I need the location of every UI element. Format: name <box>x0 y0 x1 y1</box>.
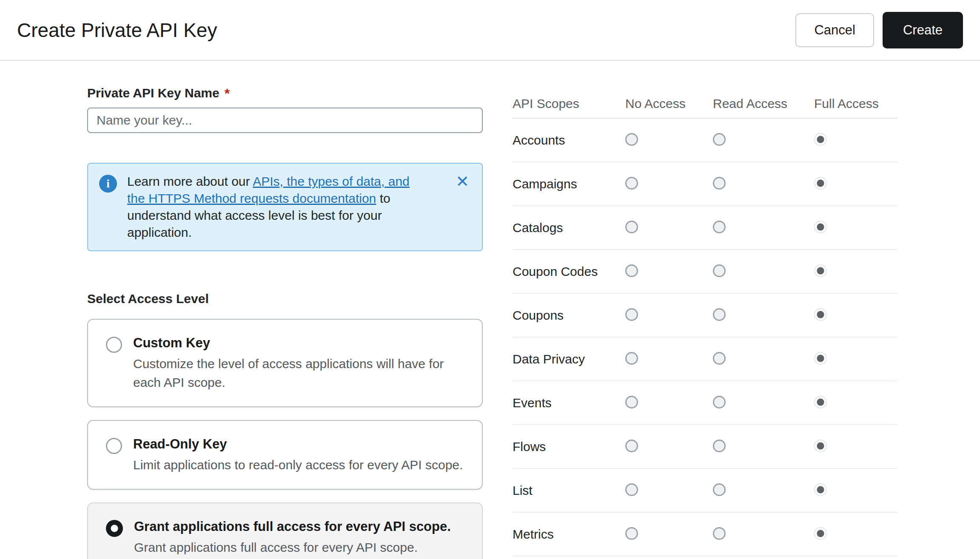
radio-read-access[interactable] <box>713 527 726 540</box>
read-access-cell <box>713 483 814 498</box>
scope-name: Coupons <box>513 308 625 323</box>
scope-name: Metrics <box>513 527 625 542</box>
close-icon[interactable]: ✕ <box>454 173 471 190</box>
radio-no-access[interactable] <box>625 133 638 146</box>
column-header-api-scopes: API Scopes <box>513 96 625 111</box>
full-access-cell <box>814 483 897 498</box>
radio-no-access[interactable] <box>625 396 638 409</box>
radio-read-access[interactable] <box>713 440 726 452</box>
radio-no-access[interactable] <box>625 440 638 452</box>
radio-full-access[interactable] <box>814 221 827 233</box>
radio-no-access[interactable] <box>625 308 638 321</box>
scope-name: List <box>513 483 625 498</box>
option-title: Read-Only Key <box>133 435 463 453</box>
radio-full-access[interactable] <box>814 133 827 146</box>
create-button[interactable]: Create <box>883 12 963 48</box>
radio-selected-icon[interactable] <box>106 520 123 537</box>
radio-unselected-icon[interactable] <box>106 337 122 353</box>
key-settings-panel: Private API Key Name * i Learn more abou… <box>87 85 483 559</box>
required-asterisk: * <box>225 86 230 102</box>
main-content: Private API Key Name * i Learn more abou… <box>0 61 980 559</box>
full-access-cell <box>814 440 897 454</box>
read-access-cell <box>713 133 814 148</box>
radio-read-access[interactable] <box>713 308 726 321</box>
read-access-cell <box>713 264 814 279</box>
table-row: Accounts <box>513 119 897 162</box>
radio-full-access[interactable] <box>814 483 827 496</box>
full-access-cell <box>814 352 897 366</box>
cancel-button[interactable]: Cancel <box>795 13 874 47</box>
table-row: Flows <box>513 425 897 469</box>
scope-name: Flows <box>513 440 625 454</box>
scope-name: Catalogs <box>513 221 625 235</box>
option-description: Limit applications to read-only access f… <box>133 456 463 474</box>
access-option-custom-key[interactable]: Custom Key Customize the level of access… <box>87 319 483 407</box>
radio-no-access[interactable] <box>625 221 638 233</box>
radio-read-access[interactable] <box>713 133 726 146</box>
read-access-cell <box>713 352 814 366</box>
radio-unselected-icon[interactable] <box>106 438 122 454</box>
radio-full-access[interactable] <box>814 264 827 277</box>
radio-full-access[interactable] <box>814 527 827 540</box>
column-header-read-access: Read Access <box>713 96 814 111</box>
full-access-cell <box>814 308 897 323</box>
column-header-no-access: No Access <box>625 96 713 111</box>
table-row: Catalogs <box>513 206 897 250</box>
table-row: Coupon Codes <box>513 250 897 294</box>
radio-no-access[interactable] <box>625 483 638 496</box>
radio-full-access[interactable] <box>814 308 827 321</box>
scope-name: Coupon Codes <box>513 264 625 279</box>
full-access-cell <box>814 133 897 148</box>
no-access-cell <box>625 440 713 454</box>
radio-read-access[interactable] <box>713 352 726 365</box>
radio-full-access[interactable] <box>814 396 827 409</box>
column-header-full-access: Full Access <box>814 96 897 111</box>
table-row: Events <box>513 381 897 425</box>
access-option-full-access[interactable]: Grant applications full access for every… <box>87 502 483 559</box>
scope-name: Campaigns <box>513 177 625 191</box>
radio-no-access[interactable] <box>625 177 638 190</box>
full-access-cell <box>814 396 897 410</box>
read-access-cell <box>713 308 814 323</box>
full-access-cell <box>814 264 897 279</box>
page-title: Create Private API Key <box>17 19 217 42</box>
radio-full-access[interactable] <box>814 177 827 190</box>
option-text: Read-Only Key Limit applications to read… <box>133 435 463 474</box>
access-option-read-only-key[interactable]: Read-Only Key Limit applications to read… <box>87 420 483 490</box>
full-access-cell <box>814 177 897 191</box>
radio-full-access[interactable] <box>814 440 827 452</box>
radio-no-access[interactable] <box>625 352 638 365</box>
table-row: List <box>513 469 897 513</box>
scope-name: Data Privacy <box>513 352 625 366</box>
info-icon: i <box>99 175 117 193</box>
radio-read-access[interactable] <box>713 396 726 409</box>
read-access-cell <box>713 396 814 410</box>
option-title: Custom Key <box>133 334 464 352</box>
no-access-cell <box>625 352 713 366</box>
read-access-cell <box>713 527 814 542</box>
api-scopes-panel: API Scopes No Access Read Access Full Ac… <box>513 96 897 559</box>
no-access-cell <box>625 264 713 279</box>
read-access-cell <box>713 440 814 454</box>
no-access-cell <box>625 221 713 235</box>
radio-read-access[interactable] <box>713 177 726 190</box>
no-access-cell <box>625 396 713 410</box>
radio-no-access[interactable] <box>625 264 638 277</box>
full-access-cell <box>814 527 897 542</box>
radio-read-access[interactable] <box>713 483 726 496</box>
option-description: Customize the level of access applicatio… <box>133 355 464 392</box>
no-access-cell <box>625 527 713 542</box>
scopes-table-body: Accounts Campaigns Catalogs Coupon Codes… <box>513 119 897 556</box>
table-row: Campaigns <box>513 162 897 206</box>
key-name-input[interactable] <box>87 108 483 133</box>
radio-full-access[interactable] <box>814 352 827 365</box>
radio-read-access[interactable] <box>713 221 726 233</box>
header-actions: Cancel Create <box>795 12 963 48</box>
radio-read-access[interactable] <box>713 264 726 277</box>
no-access-cell <box>625 308 713 323</box>
scope-name: Events <box>513 396 625 410</box>
option-description: Grant applications full access for every… <box>134 538 451 557</box>
radio-no-access[interactable] <box>625 527 638 540</box>
alert-text-before: Learn more about our <box>127 174 253 188</box>
no-access-cell <box>625 483 713 498</box>
